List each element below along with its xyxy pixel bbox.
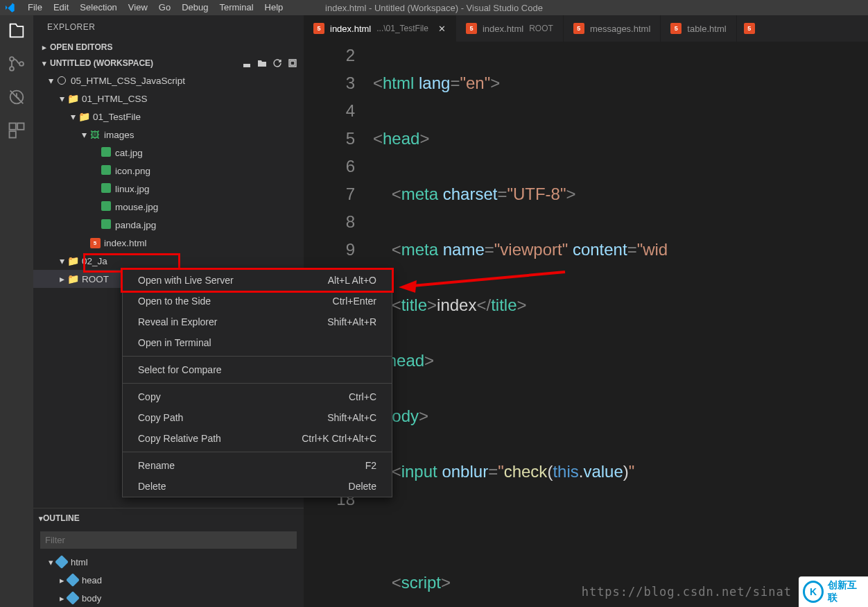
outline-tree: ▾html ▸head ▸body bbox=[33, 553, 304, 607]
tree-file[interactable]: mouse.jpg bbox=[33, 198, 304, 216]
ctx-select-compare[interactable]: Select for Compare bbox=[123, 359, 392, 380]
tree-file[interactable]: linux.jpg bbox=[33, 180, 304, 198]
ctx-copy-path[interactable]: Copy PathShift+Alt+C bbox=[123, 407, 392, 428]
tree-file[interactable]: panda.jpg bbox=[33, 216, 304, 234]
tab-messages[interactable]: 5 messages.html bbox=[564, 15, 661, 42]
tab-index-root[interactable]: 5 index.html ROOT bbox=[456, 15, 564, 42]
menu-help[interactable]: Help bbox=[259, 0, 289, 15]
chevron-down-icon bbox=[39, 59, 50, 68]
menu-view[interactable]: View bbox=[123, 0, 153, 15]
debug-icon[interactable] bbox=[7, 87, 26, 107]
tree-label: ROOT bbox=[82, 274, 109, 284]
ctx-open-live-server[interactable]: Open with Live ServerAlt+L Alt+O bbox=[123, 270, 392, 291]
badge-logo-text: 创新互联 bbox=[828, 579, 864, 604]
ctx-open-terminal[interactable]: Open in Terminal bbox=[123, 332, 392, 353]
tree-label: images bbox=[104, 130, 134, 140]
svg-line-7 bbox=[413, 272, 565, 286]
tab-label: table.html bbox=[687, 24, 726, 34]
outline-item[interactable]: ▸body bbox=[33, 589, 304, 607]
menu-bar: File Edit Selection View Go Debug Termin… bbox=[0, 0, 868, 15]
outline-item[interactable]: ▾html bbox=[33, 553, 304, 571]
html-file-icon: 5 bbox=[670, 23, 682, 34]
workspace-label: UNTITLED (WORKSPACE) bbox=[50, 58, 153, 68]
tree-label: linux.jpg bbox=[115, 184, 150, 194]
ctx-reveal-explorer[interactable]: Reveal in ExplorerShift+Alt+R bbox=[123, 311, 392, 332]
scm-icon[interactable] bbox=[7, 54, 26, 74]
ctx-separator bbox=[123, 383, 392, 384]
ctx-rename[interactable]: RenameF2 bbox=[123, 455, 392, 476]
workspace-header[interactable]: UNTITLED (WORKSPACE) bbox=[33, 55, 304, 71]
watermark-text: https://blog.csdn.net/sinat bbox=[582, 585, 792, 599]
tree-file[interactable]: icon.png bbox=[33, 162, 304, 180]
folder-icon bbox=[67, 273, 79, 284]
extensions-icon[interactable] bbox=[7, 121, 26, 140]
ctx-separator bbox=[123, 452, 392, 452]
outline-filter-input[interactable] bbox=[40, 531, 297, 549]
svg-rect-6 bbox=[10, 131, 16, 137]
ctx-delete[interactable]: DeleteDelete bbox=[123, 476, 392, 497]
annotation-arrow bbox=[392, 268, 572, 297]
open-editors-label: OPEN EDITORS bbox=[50, 42, 112, 52]
menu-selection[interactable]: Selection bbox=[74, 0, 122, 15]
svg-point-1 bbox=[10, 67, 14, 71]
outline-label: OUTLINE bbox=[43, 513, 80, 523]
image-file-icon bbox=[100, 147, 112, 159]
outline-label: head bbox=[82, 575, 102, 585]
tab-overflow[interactable]: 5 bbox=[737, 15, 762, 42]
open-editors-header[interactable]: OPEN EDITORS bbox=[33, 40, 304, 55]
menu-go[interactable]: Go bbox=[153, 0, 176, 15]
html-file-icon: 5 bbox=[744, 23, 755, 34]
explorer-icon[interactable] bbox=[7, 21, 26, 40]
tree-label: 01_HTML_CSS bbox=[82, 94, 148, 104]
ctx-copy-rel-path[interactable]: Copy Relative PathCtrl+K Ctrl+Alt+C bbox=[123, 428, 392, 449]
html-file-icon: 5 bbox=[89, 238, 101, 248]
image-file-icon bbox=[100, 165, 112, 177]
image-file-icon bbox=[100, 219, 112, 231]
tree-folder[interactable]: ▾01_TestFile bbox=[33, 108, 304, 126]
tab-path: ...\01_TestFile bbox=[376, 24, 428, 33]
image-file-icon bbox=[100, 201, 112, 213]
menu-terminal[interactable]: Terminal bbox=[214, 0, 259, 15]
tabs: 5 index.html ...\01_TestFile ✕ 5 index.h… bbox=[304, 15, 868, 42]
tree-file[interactable]: cat.jpg bbox=[33, 144, 304, 162]
html-file-icon: 5 bbox=[313, 23, 324, 34]
html-file-icon: 5 bbox=[466, 23, 477, 34]
context-menu: Open with Live ServerAlt+L Alt+O Open to… bbox=[122, 269, 392, 497]
image-file-icon bbox=[100, 183, 112, 195]
ctx-separator bbox=[123, 356, 392, 357]
new-file-icon[interactable] bbox=[241, 58, 252, 69]
html-file-icon: 5 bbox=[573, 23, 584, 34]
tree-folder[interactable]: ▾05_HTML_CSS_JavaScript bbox=[33, 71, 304, 89]
tab-index-testfile[interactable]: 5 index.html ...\01_TestFile ✕ bbox=[304, 15, 456, 42]
collapse-icon[interactable] bbox=[287, 58, 298, 69]
tree-label: 01_TestFile bbox=[93, 112, 141, 122]
refresh-icon[interactable] bbox=[272, 58, 283, 69]
tree-folder[interactable]: ▾01_HTML_CSS bbox=[33, 89, 304, 108]
symbol-icon bbox=[67, 575, 79, 585]
menu-file[interactable]: File bbox=[22, 0, 48, 15]
sidebar-title: EXPLORER bbox=[33, 15, 304, 40]
ctx-copy[interactable]: CopyCtrl+C bbox=[123, 386, 392, 407]
tab-table[interactable]: 5 table.html bbox=[661, 15, 736, 42]
folder-icon bbox=[78, 111, 90, 122]
activity-bar bbox=[0, 15, 33, 607]
outline-filter bbox=[33, 527, 304, 553]
tree-folder[interactable]: ▾🖼images bbox=[33, 126, 304, 144]
tab-label: messages.html bbox=[590, 24, 650, 34]
outline-header[interactable]: OUTLINE bbox=[33, 508, 304, 527]
symbol-icon bbox=[55, 557, 68, 567]
close-icon[interactable]: ✕ bbox=[438, 24, 446, 34]
outline-item[interactable]: ▸head bbox=[33, 571, 304, 589]
new-folder-icon[interactable] bbox=[257, 58, 268, 69]
menu-debug[interactable]: Debug bbox=[176, 0, 214, 15]
outline-label: html bbox=[71, 557, 88, 567]
ctx-open-side[interactable]: Open to the SideCtrl+Enter bbox=[123, 291, 392, 311]
outline-label: body bbox=[82, 593, 101, 604]
folder-icon bbox=[67, 93, 79, 104]
code-content: <html lang="en"> <head> <meta charset="U… bbox=[373, 42, 868, 607]
images-folder-icon: 🖼 bbox=[89, 130, 101, 140]
tree-file-index[interactable]: 5index.html bbox=[33, 234, 304, 252]
tab-label: index.html bbox=[330, 24, 371, 34]
tree-label: icon.png bbox=[115, 166, 150, 176]
menu-edit[interactable]: Edit bbox=[48, 0, 74, 15]
